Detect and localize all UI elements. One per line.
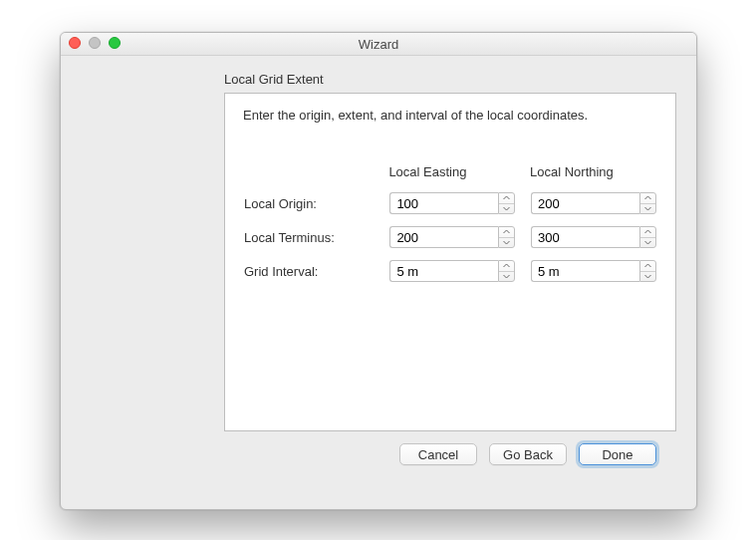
- chevron-up-icon[interactable]: [499, 193, 514, 204]
- minimize-icon: [89, 37, 101, 49]
- stepper-buttons[interactable]: [639, 260, 656, 282]
- chevron-down-icon[interactable]: [640, 238, 655, 248]
- terminus-northing-stepper[interactable]: [531, 226, 656, 248]
- chevron-up-icon[interactable]: [640, 193, 655, 204]
- chevron-up-icon[interactable]: [640, 227, 655, 238]
- origin-northing-input[interactable]: [531, 192, 639, 214]
- row-interval: Grid Interval:: [243, 259, 657, 283]
- chevron-down-icon[interactable]: [640, 204, 655, 214]
- chevron-down-icon[interactable]: [499, 204, 514, 214]
- done-button[interactable]: Done: [579, 443, 656, 465]
- form-panel: Enter the origin, extent, and interval o…: [224, 93, 676, 431]
- stepper-buttons[interactable]: [498, 226, 515, 248]
- label-terminus: Local Terminus:: [243, 225, 388, 249]
- interval-northing-stepper[interactable]: [531, 260, 656, 282]
- grid-table: Local Easting Local Northing Local Origi…: [243, 154, 657, 293]
- interval-northing-input[interactable]: [531, 260, 639, 282]
- stepper-buttons[interactable]: [639, 192, 656, 214]
- close-icon[interactable]: [69, 37, 81, 49]
- origin-northing-stepper[interactable]: [531, 192, 656, 214]
- chevron-down-icon[interactable]: [499, 272, 514, 282]
- terminus-easting-stepper[interactable]: [389, 226, 515, 248]
- interval-easting-stepper[interactable]: [389, 260, 515, 282]
- cancel-button[interactable]: Cancel: [399, 443, 477, 465]
- chevron-down-icon[interactable]: [499, 238, 514, 248]
- col-header-easting: Local Easting: [388, 164, 516, 181]
- row-terminus: Local Terminus:: [243, 225, 657, 249]
- terminus-northing-input[interactable]: [531, 226, 639, 248]
- titlebar: Wizard: [61, 33, 696, 56]
- label-origin: Local Origin:: [243, 191, 388, 215]
- interval-easting-input[interactable]: [389, 260, 498, 282]
- chevron-up-icon[interactable]: [499, 261, 514, 272]
- origin-easting-input[interactable]: [389, 192, 498, 214]
- section-title: Local Grid Extent: [224, 72, 676, 87]
- chevron-up-icon[interactable]: [499, 227, 514, 238]
- terminus-easting-input[interactable]: [389, 226, 498, 248]
- stepper-buttons[interactable]: [498, 192, 515, 214]
- stepper-buttons[interactable]: [498, 260, 515, 282]
- label-interval: Grid Interval:: [243, 259, 388, 283]
- content-area: Local Grid Extent Enter the origin, exte…: [61, 56, 696, 481]
- chevron-down-icon[interactable]: [640, 272, 655, 282]
- footer-buttons: Cancel Go Back Done: [224, 431, 676, 465]
- origin-easting-stepper[interactable]: [389, 192, 515, 214]
- traffic-lights: [69, 37, 121, 49]
- go-back-button[interactable]: Go Back: [489, 443, 567, 465]
- window-title: Wizard: [359, 37, 398, 52]
- zoom-icon[interactable]: [109, 37, 121, 49]
- chevron-up-icon[interactable]: [640, 261, 655, 272]
- col-header-northing: Local Northing: [530, 164, 657, 181]
- stepper-buttons[interactable]: [639, 226, 656, 248]
- instruction-text: Enter the origin, extent, and interval o…: [243, 108, 657, 123]
- row-origin: Local Origin:: [243, 191, 657, 215]
- wizard-window: Wizard Local Grid Extent Enter the origi…: [60, 32, 697, 510]
